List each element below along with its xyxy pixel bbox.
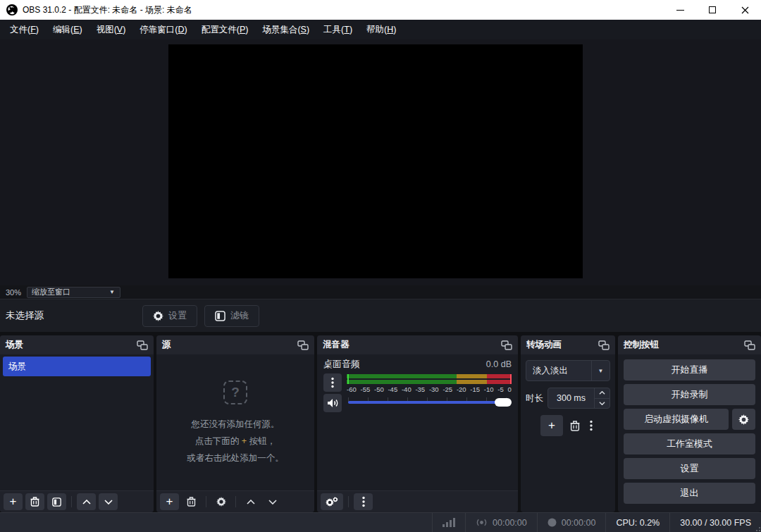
mixer-panel-header[interactable]: 混音器: [317, 335, 518, 354]
controls-body: 开始直播 开始录制 启动虚拟摄像机 工作室模式 设置 退出: [618, 354, 761, 512]
start-streaming-button[interactable]: 开始直播: [624, 359, 755, 381]
meter-scale: -60-55-50-45-40-35-30-25-20-15-10-50: [347, 385, 512, 393]
move-source-down-button[interactable]: [263, 493, 282, 510]
add-source-button[interactable]: +: [160, 493, 179, 510]
kebab-icon: [362, 496, 365, 507]
popout-icon[interactable]: [137, 340, 148, 350]
title-bar: OBS 31.0.2 - 配置文件: 未命名 - 场景: 未命名: [0, 0, 761, 20]
transition-menu-button[interactable]: [587, 420, 595, 431]
volume-slider[interactable]: [347, 393, 512, 412]
mixer-menu-button[interactable]: [354, 493, 373, 510]
menu-profile[interactable]: 配置文件(P): [194, 20, 256, 39]
menu-docks[interactable]: 停靠窗口(D): [132, 20, 194, 39]
maximize-button[interactable]: [696, 0, 729, 20]
start-recording-button[interactable]: 开始录制: [624, 384, 755, 405]
zoom-mode-select[interactable]: 缩放至窗口 ▼: [27, 287, 120, 298]
popout-icon[interactable]: [598, 340, 610, 350]
empty-line-2: 点击下面的 + 按钮，: [195, 434, 276, 448]
gear-icon: [738, 414, 749, 425]
transitions-panel-header[interactable]: 转场动画: [521, 335, 615, 354]
close-icon: [741, 6, 749, 14]
chevron-down-icon: ▼: [591, 361, 610, 381]
menu-bar: 文件(F) 编辑(E) 视图(V) 停靠窗口(D) 配置文件(P) 场景集合(S…: [0, 20, 761, 39]
audio-source-name: 桌面音频: [323, 358, 486, 371]
connection-status: [433, 513, 465, 532]
trash-icon: [570, 421, 580, 431]
menu-help[interactable]: 帮助(H): [359, 20, 403, 39]
divider: [348, 496, 349, 507]
add-scene-button[interactable]: +: [4, 493, 23, 510]
menu-edit[interactable]: 编辑(E): [46, 20, 89, 39]
move-source-up-button[interactable]: [241, 493, 260, 510]
plus-icon: +: [548, 419, 555, 431]
gear-icon: [153, 311, 163, 321]
empty-line-1: 您还没有添加任何源。: [192, 417, 280, 431]
source-properties-button[interactable]: 设置: [142, 305, 197, 327]
scene-filters-button[interactable]: [47, 493, 66, 510]
scenes-panel-header[interactable]: 场景: [0, 335, 154, 354]
mute-button[interactable]: [323, 394, 342, 412]
trash-icon: [30, 497, 39, 507]
source-filters-button[interactable]: 滤镜: [204, 305, 259, 327]
chevron-down-icon: [268, 500, 277, 505]
popout-icon[interactable]: [501, 340, 512, 350]
chevron-up-icon: [82, 500, 91, 505]
remove-scene-button[interactable]: [25, 493, 44, 510]
transition-select[interactable]: 淡入淡出 ▼: [526, 360, 610, 381]
menu-scene-collection[interactable]: 场景集合(S): [255, 20, 316, 39]
chevron-down-icon: ▼: [104, 289, 120, 295]
move-scene-down-button[interactable]: [99, 493, 118, 510]
minimize-button[interactable]: [664, 0, 696, 20]
controls-panel: 控制按钮 开始直播 开始录制 启动虚拟摄像机 工作室模式 设置 退出: [618, 335, 761, 512]
slider-handle[interactable]: [495, 398, 512, 407]
chevron-up-icon: [599, 391, 605, 395]
controls-panel-header[interactable]: 控制按钮: [618, 335, 761, 354]
source-toolbar: 未选择源 设置 滤镜: [0, 299, 761, 333]
preview-zoom-row: 30% 缩放至窗口 ▼: [0, 285, 761, 299]
popout-icon[interactable]: [297, 340, 309, 350]
virtual-camera-settings-button[interactable]: [732, 409, 755, 430]
remove-transition-button[interactable]: [570, 421, 580, 431]
close-button[interactable]: [729, 0, 761, 20]
divider: [206, 496, 206, 507]
resize-grip[interactable]: [753, 524, 760, 531]
move-scene-up-button[interactable]: [77, 493, 96, 510]
exit-button[interactable]: 退出: [624, 483, 755, 504]
audio-level-db: 0.0 dB: [486, 359, 512, 369]
empty-line-3: 或者右击此处添加一个。: [187, 451, 284, 465]
obs-logo-icon: [6, 4, 18, 16]
mixer-channel-menu-button[interactable]: [323, 373, 342, 392]
start-virtual-camera-button[interactable]: 启动虚拟摄像机: [624, 409, 729, 430]
double-gear-icon: [326, 497, 338, 507]
source-list[interactable]: ? 您还没有添加任何源。 点击下面的 + 按钮， 或者右击此处添加一个。: [156, 354, 314, 490]
menu-view[interactable]: 视图(V): [89, 20, 133, 39]
duration-input[interactable]: 300 ms: [547, 388, 610, 409]
add-transition-button[interactable]: +: [540, 415, 563, 436]
trash-icon: [187, 497, 196, 507]
scene-list-item[interactable]: 场景: [3, 357, 151, 376]
popout-icon[interactable]: [744, 340, 755, 350]
sources-panel-header[interactable]: 源: [156, 335, 314, 354]
menu-tools[interactable]: 工具(T): [316, 20, 359, 39]
remove-source-button[interactable]: [182, 493, 201, 510]
chevron-up-icon: [247, 500, 255, 505]
question-mark-icon: ?: [223, 381, 247, 404]
plus-icon: +: [10, 495, 17, 507]
chevron-down-icon: [599, 402, 605, 405]
advanced-audio-button[interactable]: [321, 493, 343, 510]
spin-up-button[interactable]: [595, 388, 610, 399]
preview-canvas[interactable]: [168, 44, 583, 278]
sources-empty-state: ? 您还没有添加任何源。 点击下面的 + 按钮， 或者右击此处添加一个。: [156, 354, 314, 490]
mixer-toolbar: [317, 490, 518, 512]
menu-file[interactable]: 文件(F): [3, 20, 46, 39]
meter-max-indicator: [510, 374, 512, 384]
broadcast-icon: [476, 518, 488, 527]
settings-button[interactable]: 设置: [624, 458, 755, 479]
source-properties-toolbar-button[interactable]: [211, 493, 230, 510]
filter-icon: [215, 311, 225, 321]
sources-panel: 源 ? 您还没有添加任何源。 点击下面的 + 按钮， 或者右击此处添加一个。 +: [156, 335, 314, 512]
spin-down-button[interactable]: [595, 399, 610, 409]
kebab-icon: [331, 377, 334, 388]
chevron-down-icon: [104, 500, 113, 505]
studio-mode-button[interactable]: 工作室模式: [624, 433, 755, 454]
